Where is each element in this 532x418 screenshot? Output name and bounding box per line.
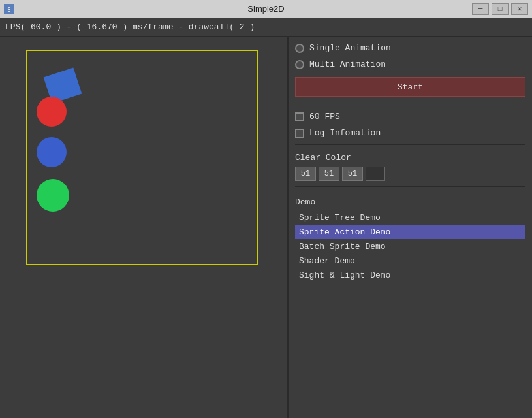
single-animation-radio[interactable] xyxy=(295,44,304,53)
demo-item-shader[interactable]: Shader Demo xyxy=(295,254,525,268)
maximize-button[interactable]: □ xyxy=(492,3,509,15)
divider-1 xyxy=(295,104,525,105)
window-controls: ─ □ ✕ xyxy=(472,3,528,15)
demo-item-sprite-tree[interactable]: Sprite Tree Demo xyxy=(295,211,525,225)
color-g-input[interactable]: 51 xyxy=(319,167,339,181)
game-canvas xyxy=(26,50,258,265)
blue-circle xyxy=(37,137,67,167)
demo-item-batch-sprite[interactable]: Batch Sprite Demo xyxy=(295,240,525,253)
status-bar: FPS( 60.0 ) - ( 16.670 ) ms/frame - draw… xyxy=(0,18,532,37)
title-bar-left: S xyxy=(4,4,14,14)
demo-section-label: Demo xyxy=(295,197,525,207)
color-swatch xyxy=(366,167,385,181)
color-r-input[interactable]: 51 xyxy=(295,167,316,181)
start-button[interactable]: Start xyxy=(295,77,525,97)
log-checkbox[interactable] xyxy=(295,129,304,138)
demo-list: Sprite Tree Demo Sprite Action Demo Batc… xyxy=(295,211,525,282)
demo-item-sight-light[interactable]: Sight & Light Demo xyxy=(295,268,525,282)
green-circle xyxy=(37,179,69,212)
window-title: Simple2D xyxy=(247,4,284,14)
divider-3 xyxy=(295,186,525,187)
main-layout: Single Animation Multi Animation Start 6… xyxy=(0,37,532,418)
color-inputs: 51 51 51 xyxy=(295,167,525,181)
title-bar: S Simple2D ─ □ ✕ xyxy=(0,0,532,18)
fps-row[interactable]: 60 FPS xyxy=(295,110,525,123)
minimize-button[interactable]: ─ xyxy=(472,3,489,15)
divider-2 xyxy=(295,144,525,145)
right-panel: Single Animation Multi Animation Start 6… xyxy=(289,37,532,418)
fps-checkbox[interactable] xyxy=(295,112,304,121)
log-row[interactable]: Log Infomation xyxy=(295,127,525,139)
demo-item-sprite-action[interactable]: Sprite Action Demo xyxy=(295,225,525,239)
close-button[interactable]: ✕ xyxy=(511,3,528,15)
clear-color-label: Clear Color xyxy=(295,153,525,163)
fps-label: 60 FPS xyxy=(309,112,340,121)
fps-text: FPS( 60.0 ) - ( 16.670 ) ms/frame - draw… xyxy=(5,22,255,32)
app-icon: S xyxy=(4,4,14,14)
red-circle xyxy=(37,97,67,127)
multi-animation-radio[interactable] xyxy=(295,60,304,69)
single-animation-label: Single Animation xyxy=(309,43,391,53)
single-animation-row[interactable]: Single Animation xyxy=(295,42,525,54)
multi-animation-label: Multi Animation xyxy=(309,59,386,69)
log-label: Log Infomation xyxy=(309,128,381,138)
multi-animation-row[interactable]: Multi Animation xyxy=(295,58,525,71)
svg-text:S: S xyxy=(7,7,10,13)
canvas-area xyxy=(0,37,287,418)
color-b-input[interactable]: 51 xyxy=(342,167,363,181)
